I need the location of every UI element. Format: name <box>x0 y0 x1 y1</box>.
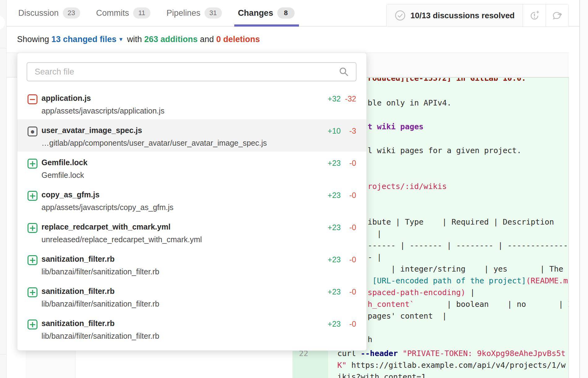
file-status-icon <box>28 320 37 329</box>
additions-badge: +23 <box>328 191 341 200</box>
left-strip-divider <box>0 354 6 354</box>
tab-count-badge: 31 <box>205 7 222 19</box>
additions-badge: +23 <box>328 159 341 168</box>
deletions-count: 0 deletions <box>216 35 260 44</box>
deletions-badge: -0 <box>349 320 356 329</box>
file-name: sanitization_filter.rb <box>41 319 115 328</box>
tab-label: Commits <box>96 8 129 18</box>
additions-badge: +23 <box>328 320 341 329</box>
file-name: application.js <box>41 94 91 103</box>
deletions-badge: -0 <box>349 287 356 296</box>
file-name: sanitization_filter.rb <box>41 287 115 296</box>
deletions-badge: -0 <box>349 191 356 200</box>
file-status-icon <box>28 223 37 233</box>
file-name: copy_as_gfm.js <box>41 190 100 199</box>
tab-label: Discussion <box>18 8 59 18</box>
file-status-icon <box>28 191 37 201</box>
tab-count-badge: 11 <box>133 7 150 19</box>
additions-badge: +10 <box>328 127 341 135</box>
file-row-user-avatar-image-spec-js[interactable]: user_avatar_image_spec.js …gitlab/app/co… <box>17 119 366 152</box>
search-input[interactable] <box>27 62 357 81</box>
file-switcher-dropdown: application.js app/assets/javascripts/ap… <box>17 53 367 351</box>
additions-count: 263 additions <box>144 35 198 44</box>
tab-pipelines[interactable]: Pipelines 31 <box>166 0 222 26</box>
tab-label: Pipelines <box>166 8 201 18</box>
additions-badge: +32 <box>328 94 341 103</box>
tab-discussion[interactable]: Discussion 23 <box>18 0 80 26</box>
additions-badge: +23 <box>328 287 341 296</box>
tab-count-badge: 23 <box>63 7 80 19</box>
file-name: sanitization_filter.rb <box>41 255 115 264</box>
search-icon <box>339 67 350 78</box>
file-path: app/assets/javascripts/application.js <box>41 106 164 115</box>
tab-changes[interactable]: Changes 8 <box>238 0 295 26</box>
file-path: lib/banzai/filter/sanitization_filter.rb <box>41 332 159 341</box>
page-right-gutter <box>580 0 588 378</box>
file-status-icon <box>28 255 37 265</box>
file-name: user_avatar_image_spec.js <box>41 126 142 135</box>
file-path: lib/banzai/filter/sanitization_filter.rb <box>41 299 159 308</box>
file-status-icon <box>28 287 37 297</box>
and-text: and <box>198 35 216 44</box>
deletions-badge: -3 <box>349 127 356 135</box>
file-row-sanitization-filter-rb-3[interactable]: sanitization_filter.rb lib/banzai/filter… <box>17 312 366 345</box>
file-path: unreleased/replace_redcarpet_with_cmark.… <box>41 235 202 244</box>
file-row-copy-as-gfm-js[interactable]: copy_as_gfm.js app/assets/javascripts/co… <box>17 184 366 216</box>
file-search <box>27 62 357 81</box>
changed-file-list: application.js app/assets/javascripts/ap… <box>17 87 366 345</box>
tab-count-badge: 8 <box>277 7 295 19</box>
deletions-badge: -0 <box>349 159 356 168</box>
deletions-badge: -32 <box>345 94 356 103</box>
file-status-icon <box>28 94 37 104</box>
showing-text: Showing <box>17 35 51 44</box>
file-name: Gemfile.lock <box>41 158 88 167</box>
discussions-resolved-status: 10/13 discussions resolved <box>387 4 523 27</box>
file-path: app/assets/javascripts/copy_as_gfm.js <box>41 203 174 212</box>
with-text: with <box>125 35 144 44</box>
file-path: …gitlab/app/components/user_avatar/user_… <box>41 139 267 148</box>
check-circle-icon <box>395 10 406 21</box>
page-left-edge-strip <box>0 0 6 378</box>
file-name: replace_redcarpet_with_cmark.yml <box>41 222 171 231</box>
file-path: Gemfile.lock <box>41 171 84 180</box>
file-status-icon <box>28 127 37 136</box>
merge-request-changes-page: roduced][ce-15372] in GitLab 10.0.ble on… <box>0 0 588 378</box>
page-right-divider-line <box>579 0 580 378</box>
additions-badge: +23 <box>328 223 341 232</box>
chevron-down-icon[interactable]: ▼ <box>118 37 123 43</box>
issue-new-icon <box>528 9 541 22</box>
discussions-resolved-label: 10/13 discussions resolved <box>410 11 515 20</box>
additions-badge: +23 <box>328 255 341 264</box>
resolve-in-new-issue-button[interactable] <box>523 4 546 27</box>
tab-label: Changes <box>238 8 273 18</box>
file-path: lib/banzai/filter/sanitization_filter.rb <box>41 267 159 276</box>
tab-commits[interactable]: Commits 11 <box>96 0 151 26</box>
deletions-badge: -0 <box>349 223 356 232</box>
partial-circle-decoration <box>0 15 5 30</box>
discussions-action-group: 10/13 discussions resolved <box>386 4 569 27</box>
changes-summary: Showing 13 changed files▼ with 263 addit… <box>17 35 260 44</box>
file-row-sanitization-filter-rb-1[interactable]: sanitization_filter.rb lib/banzai/filter… <box>17 248 366 280</box>
file-row-application-js[interactable]: application.js app/assets/javascripts/ap… <box>17 87 366 119</box>
file-row-sanitization-filter-rb-2[interactable]: sanitization_filter.rb lib/banzai/filter… <box>17 280 366 312</box>
file-row-gemfile-lock[interactable]: Gemfile.lock Gemfile.lock +23 -0 <box>17 152 366 184</box>
file-row-replace-redcarpet-with-cmark-yml[interactable]: replace_redcarpet_with_cmark.yml unrelea… <box>17 216 366 248</box>
jump-to-next-discussion-button[interactable] <box>546 4 569 27</box>
left-strip-divider <box>0 48 6 48</box>
deletions-badge: -0 <box>349 255 356 264</box>
comment-next-icon <box>551 9 564 22</box>
changed-files-dropdown-toggle[interactable]: 13 changed files <box>51 35 116 44</box>
file-status-icon <box>28 159 37 169</box>
